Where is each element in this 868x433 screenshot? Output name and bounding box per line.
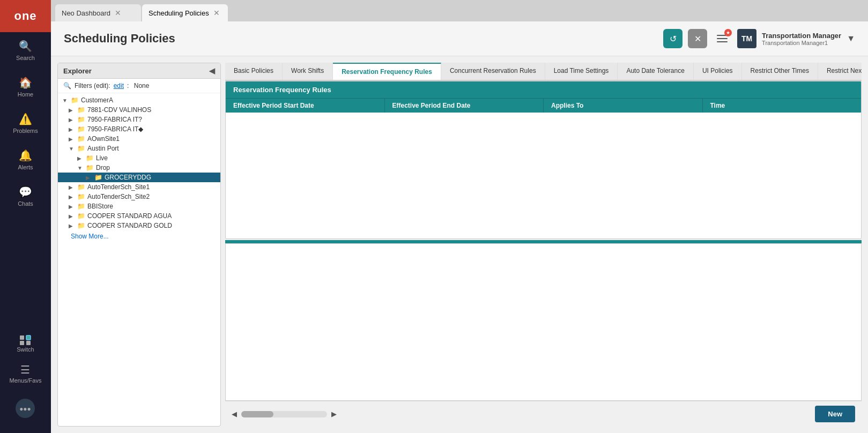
column-effective-start: Effective Period Start Date xyxy=(226,99,385,113)
tree-item-groceryddg[interactable]: ▶ 📁 GROCERYDDG xyxy=(58,173,220,182)
tree-item-customerA[interactable]: ▼ 📁 CustomerA xyxy=(58,95,220,105)
tree-item-7950-1[interactable]: ▶ 📁 7950-FABRICA IT? xyxy=(58,115,220,124)
tree-item-label: 7881-CDV VALINHOS xyxy=(87,106,151,114)
scrollbar-thumb xyxy=(241,411,273,417)
tree-item-live[interactable]: ▶ 📁 Live xyxy=(58,153,220,163)
tab-work-shifts[interactable]: Work Shifts xyxy=(283,63,333,80)
menu-icon: ☰ xyxy=(20,363,30,376)
tree-item-autotender1[interactable]: ▶ 📁 AutoTenderSch_Site1 xyxy=(58,182,220,192)
sidebar-item-label: Search xyxy=(16,55,35,61)
sidebar-item-label: Problems xyxy=(13,128,38,134)
tree-item-cooper-gold[interactable]: ▶ 📁 COOPER STANDARD GOLD xyxy=(58,221,220,230)
tab-restrict-other-times[interactable]: Restrict Other Times xyxy=(742,63,818,80)
tree-item-label: GROCERYDDG xyxy=(105,174,151,181)
tree-item-bbistore[interactable]: ▶ 📁 BBIStore xyxy=(58,201,220,211)
folder-icon: 📁 xyxy=(77,125,85,133)
user-dropdown-button[interactable]: ▼ xyxy=(847,34,855,43)
folder-icon: 📁 xyxy=(77,193,85,200)
tree-toggle: ▶ xyxy=(69,126,77,132)
sidebar-item-search[interactable]: 🔍 Search xyxy=(0,32,51,69)
folder-icon: 📁 xyxy=(77,222,85,229)
scroll-right-button[interactable]: ▶ xyxy=(331,410,337,418)
scroll-left-button[interactable]: ◀ xyxy=(232,410,237,418)
table-title: Reservation Frequency Rules xyxy=(226,81,861,98)
refresh-button[interactable]: ↺ xyxy=(663,29,682,48)
folder-icon: 📁 xyxy=(77,135,85,143)
browser-tab-neo-dashboard[interactable]: Neo Dashboard ✕ xyxy=(55,4,141,21)
svg-rect-1 xyxy=(26,335,31,340)
explorer-tree: ▼ 📁 CustomerA ▶ 📁 7881-CDV VALINHOS ▶ 📁 … xyxy=(58,93,220,426)
tree-toggle: ▶ xyxy=(77,155,86,161)
menu-button[interactable]: ★ xyxy=(713,29,732,48)
scrollbar-track[interactable] xyxy=(241,411,327,417)
table-body xyxy=(226,113,861,238)
sidebar-item-label: Switch xyxy=(17,346,34,353)
tree-item-label: BBIStore xyxy=(87,203,113,210)
tree-toggle: ▶ xyxy=(69,107,77,113)
folder-icon: 📁 xyxy=(86,154,94,162)
tree-item-7950-2[interactable]: ▶ 📁 7950-FABRICA IT◆ xyxy=(58,124,220,134)
sidebar-bottom: Switch ☰ Menus/Favs ●●● xyxy=(10,329,42,433)
column-effective-end: Effective Period End Date xyxy=(385,99,544,113)
new-button[interactable]: New xyxy=(815,406,855,422)
tab-concurrent-reservation-rules[interactable]: Concurrent Reservation Rules xyxy=(441,63,545,80)
main-area: Neo Dashboard ✕ Scheduling Policies ✕ Sc… xyxy=(51,0,868,433)
tree-toggle: ▼ xyxy=(77,165,86,171)
close-tab-neo-dashboard[interactable]: ✕ xyxy=(115,9,121,17)
sidebar: one 🔍 Search 🏠 Home ⚠️ Problems 🔔 Alerts… xyxy=(0,0,51,433)
edit-area xyxy=(225,243,862,401)
close-button[interactable]: ✕ xyxy=(688,29,707,48)
sidebar-item-home[interactable]: 🏠 Home xyxy=(0,69,51,105)
tab-load-time-settings[interactable]: Load Time Settings xyxy=(545,63,618,80)
folder-icon: 📁 xyxy=(77,203,85,210)
sidebar-item-label: Alerts xyxy=(18,164,33,170)
close-tab-scheduling-policies[interactable]: ✕ xyxy=(213,9,220,17)
tree-item-autotender2[interactable]: ▶ 📁 AutoTenderSch_Site2 xyxy=(58,192,220,201)
tree-toggle: ▶ xyxy=(69,204,77,210)
tree-item-ownsite1[interactable]: ▶ 📁 AOwnSite1 xyxy=(58,134,220,144)
svg-text:●●●: ●●● xyxy=(20,405,32,413)
folder-icon: 📁 xyxy=(86,164,94,171)
tab-ui-policies[interactable]: UI Policies xyxy=(694,63,742,80)
show-more-link[interactable]: Show More... xyxy=(58,230,220,242)
tab-basic-policies[interactable]: Basic Policies xyxy=(225,63,283,80)
sidebar-item-switch[interactable]: Switch xyxy=(10,329,42,358)
warning-icon: ⚠️ xyxy=(19,113,32,125)
sidebar-item-alerts[interactable]: 🔔 Alerts xyxy=(0,141,51,178)
tree-item-label: 7950-FABRICA IT? xyxy=(87,116,142,123)
column-applies-to: Applies To xyxy=(544,99,703,113)
tree-item-7881[interactable]: ▶ 📁 7881-CDV VALINHOS xyxy=(58,105,220,115)
folder-icon: 📁 xyxy=(77,145,85,152)
explorer-collapse-button[interactable]: ◀ xyxy=(209,66,215,75)
page-title: Scheduling Policies xyxy=(64,32,655,46)
tree-item-label: 7950-FABRICA IT◆ xyxy=(87,125,143,133)
sidebar-item-label: Chats xyxy=(18,200,33,207)
tree-item-label: AOwnSite1 xyxy=(87,135,120,143)
app-logo[interactable]: one xyxy=(0,0,51,32)
user-role: Transportation Manager1 xyxy=(762,40,841,46)
tab-reservation-frequency-rules[interactable]: Reservation Frequency Rules xyxy=(333,63,441,81)
sidebar-item-problems[interactable]: ⚠️ Problems xyxy=(0,105,51,141)
tree-toggle: ▼ xyxy=(62,98,71,103)
home-icon: 🏠 xyxy=(19,76,32,89)
tree-item-austin-port[interactable]: ▼ 📁 Austin Port xyxy=(58,144,220,153)
tree-item-label: AutoTenderSch_Site2 xyxy=(87,193,150,200)
sidebar-item-label: Menus/Favs xyxy=(10,377,42,384)
tab-restrict-next-candi[interactable]: Restrict Next Candi... xyxy=(818,63,862,80)
filters-edit-link[interactable]: edit xyxy=(114,82,124,89)
tree-item-cooper-agua[interactable]: ▶ 📁 COOPER STANDARD AGUA xyxy=(58,211,220,221)
tree-toggle: ▶ xyxy=(69,223,77,229)
browser-tab-scheduling-policies[interactable]: Scheduling Policies ✕ xyxy=(142,4,228,21)
tree-item-drop[interactable]: ▼ 📁 Drop xyxy=(58,163,220,173)
user-name: Transportation Manager xyxy=(762,32,841,40)
refresh-icon: ↺ xyxy=(670,34,677,44)
sidebar-item-chats[interactable]: 💬 Chats xyxy=(0,178,51,214)
tab-auto-date-tolerance[interactable]: Auto Date Tolerance xyxy=(618,63,694,80)
sidebar-item-menus[interactable]: ☰ Menus/Favs xyxy=(10,358,42,389)
menu-badge: ★ xyxy=(724,29,732,36)
tree-toggle: ▶ xyxy=(69,194,77,200)
sidebar-item-avatar-bottom[interactable]: ●●● xyxy=(10,393,42,424)
svg-rect-2 xyxy=(20,341,24,345)
page-header: Scheduling Policies ↺ ✕ ★ TM Transportat… xyxy=(51,21,868,56)
user-avatar-icon: ●●● xyxy=(16,399,35,419)
